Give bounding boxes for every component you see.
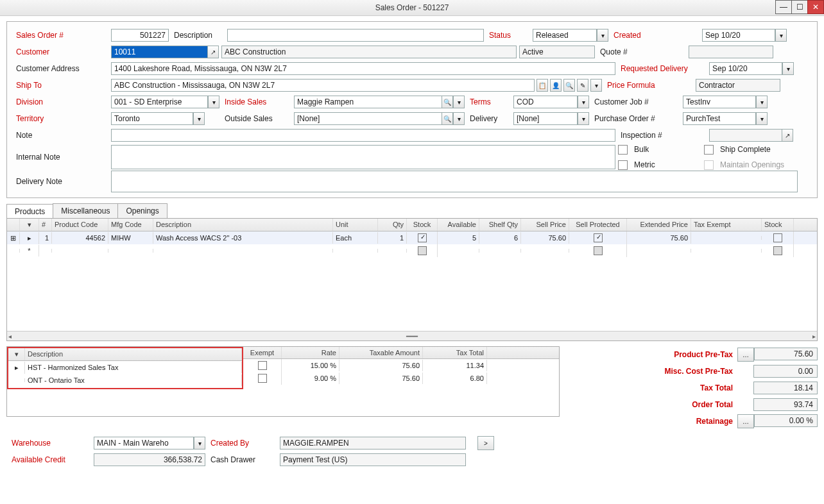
internal-note-label: Internal Note	[13, 151, 108, 163]
note-field[interactable]	[111, 129, 615, 142]
maintain-openings-checkbox: Maintain Openings	[704, 159, 789, 171]
shipto-action-icon[interactable]: 👤	[550, 79, 562, 92]
ship-complete-checkbox[interactable]: Ship Complete	[704, 144, 789, 155]
tabs: Products Miscellaneous Openings	[6, 203, 818, 218]
shipto-field[interactable]: ABC Construction - Mississauga, ON N3W 2…	[111, 79, 535, 92]
customer-code-field[interactable]: 10011	[111, 46, 208, 58]
quote-label: Quote #	[597, 46, 686, 58]
horizontal-scrollbar[interactable]: ◂━━━▸	[7, 331, 817, 340]
new-row[interactable]: *	[7, 244, 817, 257]
table-row[interactable]: ▸HST - Harmonized Sales Tax	[8, 361, 242, 374]
price-formula-label: Price Formula	[605, 80, 693, 91]
maximize-button[interactable]: ☐	[791, 0, 808, 14]
close-button[interactable]: ✕	[807, 0, 824, 14]
internal-note-field[interactable]	[111, 145, 615, 169]
chevron-down-icon[interactable]: ▾	[453, 96, 465, 108]
chevron-down-icon[interactable]: ▾	[453, 112, 465, 125]
req-delivery-label: Requested Delivery	[618, 63, 707, 74]
cust-addr-field[interactable]: 1400 Lakeshore Road, Mississauga, ON N3W…	[111, 62, 615, 75]
division-select[interactable]: 001 - SD Enterprise	[111, 96, 208, 108]
product-pretax-label: Product Pre-Tax	[672, 348, 735, 361]
chevron-down-icon[interactable]: ▾	[28, 221, 31, 228]
order-total-value: 93.74	[753, 398, 818, 411]
shipto-label: Ship To	[13, 80, 108, 91]
chevron-down-icon[interactable]: ▾	[597, 29, 608, 42]
lookup-icon[interactable]: ↗	[782, 129, 793, 142]
shipto-action-icon[interactable]: 🔍	[563, 79, 575, 92]
chevron-down-icon[interactable]: ▾	[775, 29, 787, 42]
chevron-down-icon[interactable]: ▾	[756, 112, 768, 125]
description-field[interactable]	[227, 29, 484, 42]
cust-job-field[interactable]: TestInv	[683, 96, 756, 108]
note-label: Note	[13, 130, 108, 141]
cash-drawer-field: Payment Test (US)	[280, 453, 466, 466]
retainage-label: Retainage	[694, 415, 735, 428]
division-label: Division	[13, 96, 108, 108]
chevron-down-icon[interactable]: ▾	[578, 112, 589, 125]
chevron-down-icon[interactable]: ▾	[782, 62, 794, 75]
created-date-field[interactable]: Sep 10/20	[702, 29, 775, 42]
territory-label: Territory	[13, 113, 108, 124]
lookup-icon[interactable]: ↗	[207, 46, 219, 58]
outside-sales-label: Outside Sales	[222, 113, 291, 124]
description-label: Description	[171, 29, 225, 41]
detail-button[interactable]: …	[737, 348, 754, 362]
metric-checkbox[interactable]: Metric	[618, 159, 701, 171]
go-button[interactable]: >	[477, 436, 494, 450]
req-delivery-field[interactable]: Sep 10/20	[709, 62, 782, 75]
status-select[interactable]: Released	[533, 29, 597, 42]
outside-sales-select[interactable]: [None]	[294, 112, 442, 125]
order-total-label: Order Total	[690, 398, 735, 411]
delivery-note-field[interactable]	[111, 171, 798, 192]
chevron-down-icon[interactable]: ▾	[756, 96, 768, 108]
shipto-action-icon[interactable]: 📋	[536, 79, 548, 92]
chevron-down-icon[interactable]: ▾	[208, 96, 219, 108]
tax-grid: ▾Description ▸HST - Harmonized Sales Tax…	[6, 346, 560, 417]
window-title: Sales Order - 501227	[0, 3, 824, 12]
customer-name-field: ABC Construction	[221, 46, 517, 58]
tax-total-value: 18.14	[753, 382, 818, 394]
chevron-down-icon[interactable]: ▾	[15, 350, 19, 358]
search-icon[interactable]: 🔍	[442, 112, 453, 125]
warehouse-select[interactable]: MAIN - Main Wareho	[94, 437, 194, 449]
inspection-label: Inspection #	[618, 130, 707, 141]
chevron-down-icon[interactable]: ▾	[578, 96, 589, 108]
products-grid: ▾ # Product Code Mfg Code Description Un…	[6, 218, 818, 341]
po-field[interactable]: PurchTest	[683, 112, 756, 125]
inside-sales-label: Inside Sales	[222, 96, 291, 108]
header-panel: Sales Order # 501227 Description Status …	[6, 21, 818, 198]
status-label: Status	[486, 29, 530, 41]
warehouse-label: Warehouse	[9, 437, 91, 449]
sell-protected-checkbox	[594, 233, 603, 242]
tab-products[interactable]: Products	[6, 204, 53, 219]
delivery-select[interactable]: [None]	[513, 112, 578, 125]
chevron-down-icon[interactable]: ▾	[590, 79, 602, 92]
terms-label: Terms	[467, 96, 511, 108]
po-label: Purchase Order #	[592, 113, 680, 124]
bulk-checkbox[interactable]: Bulk	[618, 144, 701, 155]
table-row[interactable]: ⊞ ▸ 1 44562 MIHW Wash Access WACS 2" -03…	[7, 231, 817, 244]
retainage-value: 0.00 %	[754, 414, 818, 427]
customer-status-field: Active	[519, 46, 595, 58]
shipto-action-icon[interactable]: ✎	[577, 79, 588, 92]
search-icon[interactable]: 🔍	[442, 96, 453, 108]
minimize-button[interactable]: —	[775, 0, 792, 14]
sales-order-field[interactable]: 501227	[111, 29, 169, 42]
table-row[interactable]: ONT - Ontario Tax	[8, 374, 242, 387]
tab-miscellaneous[interactable]: Miscellaneous	[53, 203, 118, 218]
inspection-field	[709, 129, 782, 142]
tab-openings[interactable]: Openings	[117, 203, 167, 218]
exempt-checkbox	[258, 374, 267, 383]
chevron-down-icon[interactable]: ▾	[193, 112, 205, 125]
terms-select[interactable]: COD	[513, 96, 578, 108]
expand-icon[interactable]: ⊞	[10, 234, 16, 242]
stock2-checkbox	[773, 233, 782, 242]
chevron-down-icon[interactable]: ▾	[194, 437, 205, 449]
exempt-checkbox	[258, 361, 267, 370]
inside-sales-select[interactable]: Maggie Rampen	[294, 96, 442, 108]
territory-select[interactable]: Toronto	[111, 112, 193, 125]
detail-button[interactable]: …	[737, 414, 754, 428]
created-by-label: Created By	[208, 437, 277, 449]
product-pretax-value: 75.60	[754, 348, 818, 360]
cash-drawer-label: Cash Drawer	[208, 454, 277, 466]
